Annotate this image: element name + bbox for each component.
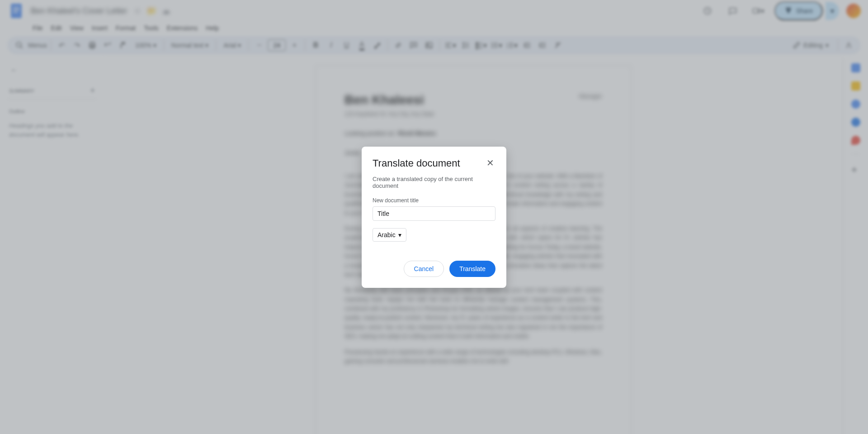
new-title-input[interactable] [373,206,495,221]
modal-overlay: Translate document ✕ Create a translated… [0,0,868,434]
language-select[interactable]: Arabic ▾ [373,228,406,242]
close-icon[interactable]: ✕ [485,157,495,168]
modal-description: Create a translated copy of the current … [373,176,495,189]
new-title-label: New document title [373,197,495,204]
chevron-down-icon: ▾ [398,231,401,238]
translate-button[interactable]: Translate [449,261,495,277]
language-value: Arabic [377,231,396,238]
modal-title: Translate document [373,157,460,169]
cancel-button[interactable]: Cancel [404,261,444,277]
translate-modal: Translate document ✕ Create a translated… [362,147,506,288]
